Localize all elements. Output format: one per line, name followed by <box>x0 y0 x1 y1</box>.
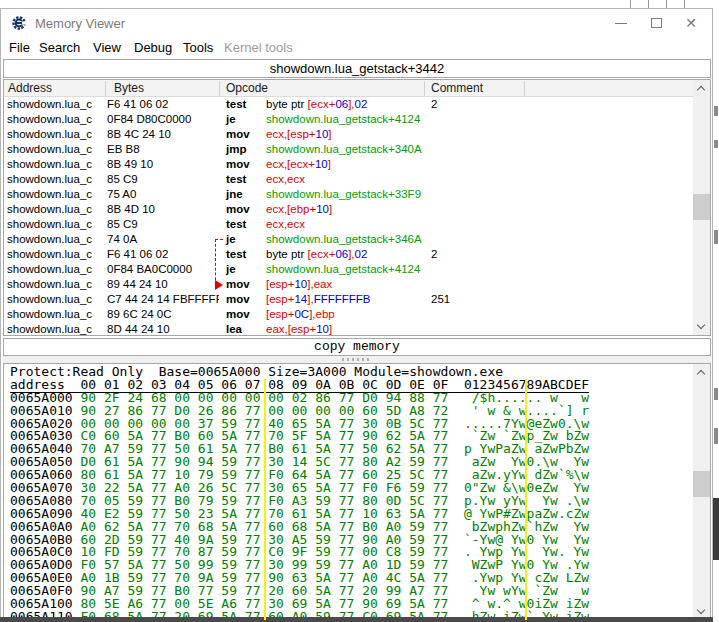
disassembler-header: Address Bytes Opcode Comment <box>4 80 710 97</box>
disasm-mnemonic: test <box>226 98 246 110</box>
hexview-content: Protect:Read Only Base=0065A000 Size=3A0… <box>10 366 589 621</box>
background-window-fragment <box>714 388 718 400</box>
disasm-row[interactable]: showdown.lua_c0F84 BA0C0000jeshowdown.lu… <box>4 262 710 277</box>
background-window-fragment <box>714 428 718 444</box>
disasm-address: showdown.lua_c <box>7 293 107 305</box>
scrollbar-thumb[interactable] <box>693 194 710 220</box>
column-separator[interactable] <box>219 81 220 96</box>
jump-arrow-line <box>215 239 216 285</box>
disasm-mnemonic: je <box>226 263 236 275</box>
disasm-operands: [esp+10],eax <box>266 278 332 290</box>
menu-item-tools[interactable]: Tools <box>183 40 213 55</box>
disasm-operands: [esp+14],FFFFFFFB <box>266 293 370 305</box>
disasm-address: showdown.lua_c <box>7 143 107 155</box>
disasm-mnemonic: jmp <box>226 143 246 155</box>
disasm-bytes: C7 44 24 14 FBFFFFFF <box>107 293 219 305</box>
maximize-button[interactable] <box>640 9 674 37</box>
disasm-bytes: 0F84 D80C0000 <box>107 113 219 125</box>
disasm-row[interactable]: showdown.lua_cEB B8jmpshowdown.lua_getst… <box>4 142 710 157</box>
disasm-row[interactable]: showdown.lua_c8B 4C 24 10movecx,[esp+10] <box>4 127 710 142</box>
background-window-edge <box>713 0 719 622</box>
disasm-address: showdown.lua_c <box>7 188 107 200</box>
disasm-bytes: 74 0A <box>107 233 219 245</box>
disasm-address: showdown.lua_c <box>7 308 107 320</box>
disasm-address: showdown.lua_c <box>7 233 107 245</box>
disasm-row[interactable]: showdown.lua_c85 C9testecx,ecx <box>4 172 710 187</box>
disasm-operands: showdown.lua_getstack+346A <box>266 233 422 245</box>
disasm-row[interactable]: showdown.lua_c75 A0jneshowdown.lua_getst… <box>4 187 710 202</box>
close-button[interactable]: ✕ <box>674 9 708 37</box>
column-header-opcode[interactable]: Opcode <box>226 81 268 95</box>
disasm-row[interactable]: showdown.lua_c89 44 24 10mov[esp+10],eax <box>4 277 710 292</box>
disasm-row[interactable]: showdown.lua_c8B 49 10movecx,[ecx+10] <box>4 157 710 172</box>
disasm-bytes: 89 44 24 10 <box>107 278 219 290</box>
disasm-address: showdown.lua_c <box>7 203 107 215</box>
disasm-mnemonic: test <box>226 218 246 230</box>
disasm-bytes: F6 41 06 02 <box>107 248 219 260</box>
chevron-down-icon <box>697 606 705 614</box>
minimize-button[interactable] <box>604 9 638 37</box>
scroll-up-button[interactable] <box>693 364 710 381</box>
disasm-bytes: 85 C9 <box>107 218 219 230</box>
disasm-row[interactable]: showdown.lua_c8B 4D 10movecx,[ebp+10] <box>4 202 710 217</box>
copy-memory-bar[interactable]: copy memory <box>3 338 711 356</box>
disasm-bytes: F6 41 06 02 <box>107 98 219 110</box>
column-header-bytes[interactable]: Bytes <box>114 81 144 95</box>
disasm-mnemonic: mov <box>226 293 250 305</box>
disasm-operands: byte ptr [ecx+06],02 <box>266 98 367 110</box>
disasm-address: showdown.lua_c <box>7 173 107 185</box>
disasm-bytes: 89 6C 24 0C <box>107 308 219 320</box>
jump-arrowhead-icon <box>215 280 223 290</box>
disasm-mnemonic: mov <box>226 278 250 290</box>
disasm-row[interactable]: showdown.lua_cF6 41 06 02testbyte ptr [e… <box>4 97 710 112</box>
memory-viewer-window: Memory Viewer ✕ FileSearchViewDebugTools… <box>0 8 713 622</box>
disasm-mnemonic: test <box>226 173 246 185</box>
disasm-operands: eax,[esp+10] <box>266 323 332 335</box>
disasm-address: showdown.lua_c <box>7 218 107 230</box>
background-window-edge <box>0 0 719 8</box>
disasm-bytes: EB B8 <box>107 143 219 155</box>
disasm-operands: [esp+0C],ebp <box>266 308 335 320</box>
disasm-operands: byte ptr [ecx+06],02 <box>266 248 367 260</box>
disasm-operands: showdown.lua_getstack+4124 <box>266 113 420 125</box>
disasm-row[interactable]: showdown.lua_c8D 44 24 10leaeax,[esp+10] <box>4 322 710 336</box>
menu-bar: FileSearchViewDebugToolsKernel tools <box>1 37 712 59</box>
disasm-row[interactable]: showdown.lua_c74 0Ajeshowdown.lua_getsta… <box>4 232 710 247</box>
disasm-bytes: 0F84 BA0C0000 <box>107 263 219 275</box>
disassembler-scrollbar[interactable] <box>693 80 710 335</box>
background-window-fragment <box>714 140 718 148</box>
disasm-operands: ecx,ecx <box>266 173 305 185</box>
hexview-scrollbar[interactable] <box>693 364 710 620</box>
disasm-row[interactable]: showdown.lua_c89 6C 24 0Cmov[esp+0C],ebp <box>4 307 710 322</box>
column-header-address[interactable]: Address <box>8 81 52 95</box>
scroll-up-button[interactable] <box>693 80 710 97</box>
disasm-row[interactable]: showdown.lua_cF6 41 06 02testbyte ptr [e… <box>4 247 710 262</box>
disasm-address: showdown.lua_c <box>7 263 107 275</box>
background-window-fragment <box>648 0 649 8</box>
menu-item-view[interactable]: View <box>93 40 121 55</box>
minimize-icon <box>615 23 627 24</box>
scrollbar-thumb[interactable] <box>693 471 710 497</box>
disasm-row[interactable]: showdown.lua_c0F84 D80C0000jeshowdown.lu… <box>4 112 710 127</box>
hexview-rows: 0065A000 90 2F 24 68 00 00 00 00 00 02 8… <box>10 392 589 621</box>
disasm-address: showdown.lua_c <box>7 113 107 125</box>
disasm-address: showdown.lua_c <box>7 248 107 260</box>
scroll-down-button[interactable] <box>693 318 710 335</box>
column-separator[interactable] <box>105 81 106 96</box>
disasm-row[interactable]: showdown.lua_c85 C9testecx,ecx <box>4 217 710 232</box>
disasm-operands: ecx,[ecx+10] <box>266 158 331 170</box>
group-boundary-line <box>525 379 527 620</box>
disasm-row[interactable]: showdown.lua_cC7 44 24 14 FBFFFFFFmov[es… <box>4 292 710 307</box>
menu-item-file[interactable]: File <box>9 40 30 55</box>
column-separator[interactable] <box>424 81 425 96</box>
column-header-comment[interactable]: Comment <box>431 81 483 95</box>
panel-splitter[interactable] <box>3 356 711 363</box>
disassembly-rows: showdown.lua_cF6 41 06 02testbyte ptr [e… <box>4 97 710 336</box>
disasm-bytes: 8B 4D 10 <box>107 203 219 215</box>
symbol-address-bar[interactable]: showdown.lua_getstack+3442 <box>3 59 711 78</box>
disasm-mnemonic: mov <box>226 158 250 170</box>
disasm-operands: showdown.lua_getstack+33F9 <box>266 188 421 200</box>
column-separator[interactable] <box>524 81 525 96</box>
menu-item-debug[interactable]: Debug <box>134 40 172 55</box>
menu-item-search[interactable]: Search <box>39 40 80 55</box>
